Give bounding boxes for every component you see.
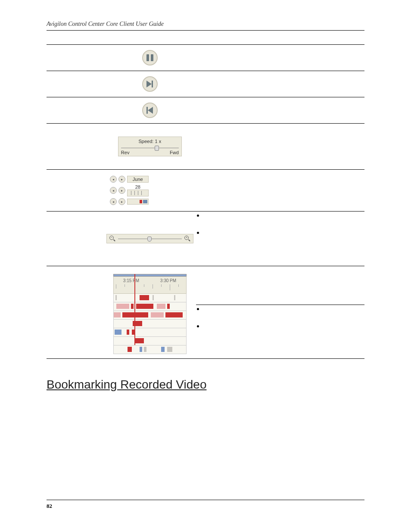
timeline-description-list xyxy=(196,305,364,339)
list-item xyxy=(204,305,364,322)
timeline[interactable]: 3:15 PM 3:30 PM xyxy=(113,274,187,354)
pause-icon xyxy=(146,54,153,61)
timeline-time-1: 3:15 PM xyxy=(123,278,139,283)
next-month-button[interactable]: ▸ xyxy=(118,176,125,183)
timeline-lane xyxy=(113,320,187,328)
list-item xyxy=(204,322,364,339)
list-item xyxy=(204,212,364,229)
step-forward-icon xyxy=(146,81,153,87)
section-heading: Bookmarking Recorded Video xyxy=(47,378,364,392)
prev-day-button[interactable]: ◂ xyxy=(110,187,117,194)
zoom-out-icon[interactable]: − xyxy=(109,236,115,242)
prev-month-button[interactable]: ◂ xyxy=(110,176,117,183)
prev-segment-button[interactable]: ◂ xyxy=(110,198,117,205)
speed-label: Speed: 1 x xyxy=(121,139,179,144)
next-day-button[interactable]: ▸ xyxy=(118,187,125,194)
timeline-lane xyxy=(113,345,187,354)
zoom-description-list xyxy=(196,212,364,246)
calendar-nav: ◂ ▸ June ◂ ▸ 28 xyxy=(110,176,153,205)
timeline-lane xyxy=(113,302,187,311)
page-number: 82 xyxy=(47,503,52,509)
step-forward-button[interactable] xyxy=(142,76,158,92)
next-segment-button[interactable]: ▸ xyxy=(118,198,125,205)
zoom-slider[interactable]: − + xyxy=(106,234,193,243)
list-item xyxy=(204,229,364,246)
timeline-lane xyxy=(113,294,187,302)
timeline-time-2: 3:30 PM xyxy=(160,278,176,283)
pause-button[interactable] xyxy=(142,50,158,65)
calendar-hour-ticks xyxy=(127,190,149,196)
timeline-marker[interactable] xyxy=(134,274,135,345)
timeline-lane xyxy=(113,337,187,345)
controls-table: Speed: 1 x Rev Fwd ◂ ▸ June xyxy=(47,44,364,359)
step-backward-button[interactable] xyxy=(142,103,158,118)
step-backward-icon xyxy=(146,107,153,114)
timeline-lane xyxy=(113,311,187,320)
calendar-day: 28 xyxy=(135,184,140,190)
calendar-month: June xyxy=(127,176,149,183)
calendar-segment-bar[interactable] xyxy=(127,199,149,205)
page-header: Avigilon Control Center Core Client User… xyxy=(47,21,364,31)
page-footer: 82 xyxy=(47,500,364,510)
speed-slider[interactable]: Speed: 1 x Rev Fwd xyxy=(118,137,182,156)
timeline-lane xyxy=(113,328,187,337)
zoom-in-icon[interactable]: + xyxy=(184,236,190,242)
